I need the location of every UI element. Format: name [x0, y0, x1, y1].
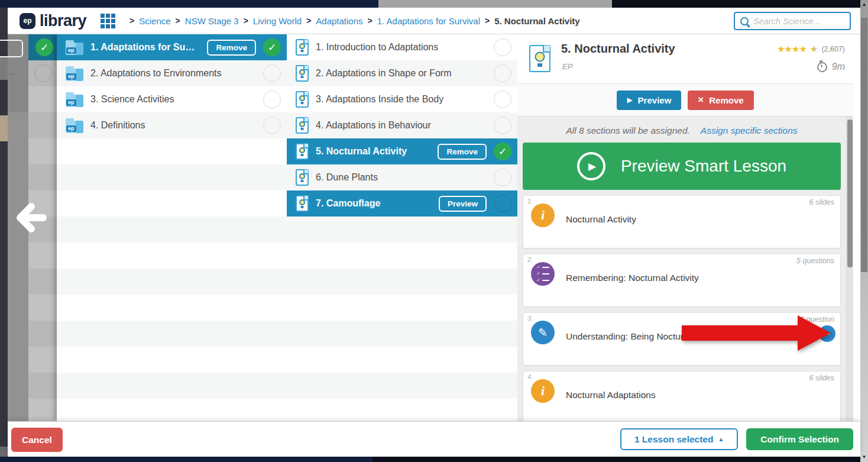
chevron-right-icon: > [485, 16, 490, 25]
breadcrumb-stage[interactable]: NSW Stage 3 [185, 16, 239, 26]
lesson-title: 5. Nocturnal Activity [561, 42, 675, 56]
lesson-icon [296, 143, 309, 160]
selected-check-icon[interactable]: ✓ [494, 143, 511, 160]
lesson-row-camouflage[interactable]: 7. Camouflage Preview [287, 190, 517, 217]
folder-row-adaptations-for-survival[interactable]: ep 1. Adaptations for Su… Remove ✓ [57, 34, 287, 60]
assign-info: All 8 sections will be assigned. Assign … [523, 124, 841, 138]
select-checkbox[interactable] [263, 91, 281, 108]
lesson-icon [296, 91, 309, 108]
chevron-right-icon: > [306, 16, 311, 25]
breadcrumb-science[interactable]: Science [139, 16, 170, 26]
section-card-2[interactable]: 2. 5 questions ✓✓✓ Remembering: Nocturna… [523, 254, 841, 307]
lesson-row-inside-the-body[interactable]: 3. Adaptations Inside the Body [287, 86, 517, 112]
section-card-3[interactable]: 3. 1 question ✎ Understanding: Being Noc… [523, 312, 841, 366]
folder-icon: ep [66, 121, 83, 133]
footer-bar: Cancel 1 Lesson selected ▲ Confirm Selec… [8, 421, 860, 457]
search-input[interactable]: Search Science... [734, 12, 851, 30]
sections-scroll-area: All 8 sections will be assigned. Assign … [517, 117, 846, 421]
ep-logo-icon[interactable]: ep [20, 13, 35, 29]
assign-specific-sections-link[interactable]: Assign specific sections [701, 125, 798, 136]
preview-button[interactable]: ▶ Preview [617, 91, 681, 110]
pencil-icon: ✎ [531, 321, 555, 344]
remove-lesson-button[interactable]: Remove [438, 144, 487, 160]
folder-row-science-activities[interactable]: ep 3. Science Activities [57, 86, 287, 112]
confirm-selection-button[interactable]: Confirm Selection [746, 428, 853, 450]
browser-scrollbar-thumb[interactable] [861, 18, 867, 272]
folder-label: 2. Adaptations to Environments [90, 68, 256, 79]
lesson-label: 2. Adaptations in Shape or Form [316, 68, 487, 79]
lesson-row-in-behaviour[interactable]: 4. Adaptations in Behaviour [287, 112, 517, 138]
lesson-row-nocturnal-activity[interactable]: 5. Nocturnal Activity Remove ✓ [287, 138, 517, 164]
lessons-selected-dropdown[interactable]: 1 Lesson selected ▲ [620, 428, 738, 450]
folder-row-definitions[interactable]: ep 4. Definitions [57, 112, 287, 138]
panel-scrollbar[interactable] [846, 117, 853, 421]
folder-icon: ep [66, 95, 83, 107]
breadcrumb-living-world[interactable]: Living World [253, 16, 302, 26]
breadcrumb-adaptations[interactable]: Adaptations [316, 16, 362, 26]
left-strip-tan-patch [0, 115, 8, 141]
select-checkbox[interactable] [494, 169, 511, 186]
annotation-arrow-icon [682, 315, 831, 351]
chevron-right-icon: > [244, 16, 248, 25]
apps-grid-icon[interactable] [101, 14, 115, 28]
lesson-label: 3. Adaptations Inside the Body [316, 94, 487, 105]
breadcrumb: > Science > NSW Stage 3 > Living World >… [125, 16, 580, 26]
lesson-row-shape-or-form[interactable]: 2. Adaptations in Shape or Form [287, 60, 517, 86]
selected-check-icon[interactable]: ✓ [263, 38, 281, 56]
select-checkbox[interactable] [494, 38, 511, 56]
lesson-detail-header: 5. Nocturnal Activity EP ★★★★★ (2,607) 9… [517, 34, 853, 84]
back-arrow-icon[interactable] [12, 201, 47, 234]
stopwatch-icon [816, 61, 828, 73]
folder-row-adaptations-to-environments[interactable]: ep 2. Adaptations to Environments [57, 60, 287, 86]
section-card-1[interactable]: 1. 6 slides i Nocturnal Activity [523, 195, 841, 248]
play-icon: ▶ [627, 96, 632, 104]
cancel-button[interactable]: Cancel [11, 428, 63, 452]
background-truncated-text: ... [9, 69, 14, 76]
select-checkbox[interactable] [494, 195, 511, 212]
chevron-right-icon: > [368, 16, 373, 25]
window-bottom-strip [0, 457, 860, 462]
search-icon [740, 17, 749, 25]
lesson-row-dune-plants[interactable]: 6. Dune Plants [287, 164, 517, 190]
dimmed-background-page: ✓ ... [8, 34, 57, 421]
rating: ★★★★★ (2,607) [777, 44, 845, 54]
rating-count: (2,607) [821, 45, 845, 53]
folders-column: ep 1. Adaptations for Su… Remove ✓ ep 2.… [57, 34, 287, 421]
select-checkbox[interactable] [263, 117, 281, 134]
left-strip-patch [0, 56, 8, 80]
top-strip-gray-segment [378, 0, 612, 8]
lesson-publisher: EP [562, 62, 572, 71]
remove-button[interactable]: × Remove [688, 91, 753, 110]
scroll-up-arrow-icon[interactable]: ▲ [860, 2, 868, 8]
lesson-icon [296, 195, 309, 212]
chevron-right-icon: > [176, 16, 180, 25]
top-navigation-bar: ep library > Science > NSW Stage 3 > Liv… [8, 8, 860, 34]
section-meta: 6 slides [809, 198, 834, 206]
section-card-4[interactable]: 4. 6 slides i Nocturnal Adaptations [523, 371, 841, 421]
lesson-label: 7. Camouflage [316, 198, 432, 209]
preview-smart-lesson-button[interactable]: ▶ Preview Smart Lesson [523, 143, 841, 190]
panel-scrollbar-thumb[interactable] [847, 119, 853, 267]
browser-scrollbar[interactable]: ▲ ▼ [860, 0, 868, 462]
folder-label: 3. Science Activities [90, 94, 256, 105]
lesson-icon [296, 169, 309, 186]
window-left-strip [0, 8, 8, 457]
select-checkbox[interactable] [263, 64, 281, 82]
preview-lesson-button[interactable]: Preview [439, 196, 487, 212]
section-meta: 6 slides [809, 374, 834, 382]
select-checkbox[interactable] [494, 91, 511, 108]
remove-folder-button[interactable]: Remove [207, 40, 256, 56]
lesson-icon [529, 45, 550, 72]
assign-note: All 8 sections will be assigned. [566, 125, 689, 136]
select-checkbox[interactable] [494, 64, 511, 82]
left-strip-patch-bottom [0, 447, 8, 457]
scroll-down-arrow-icon[interactable]: ▼ [860, 454, 868, 460]
lesson-icon [296, 65, 309, 82]
info-icon: i [531, 379, 555, 403]
lesson-row-introduction[interactable]: 1. Introduction to Adaptations [287, 34, 517, 60]
lesson-label: 6. Dune Plants [316, 172, 487, 183]
select-checkbox[interactable] [494, 117, 511, 134]
breadcrumb-adaptations-for-survival[interactable]: 1. Adaptations for Survival [377, 16, 480, 26]
info-icon: i [531, 203, 555, 227]
library-logo-text[interactable]: library [40, 13, 86, 29]
